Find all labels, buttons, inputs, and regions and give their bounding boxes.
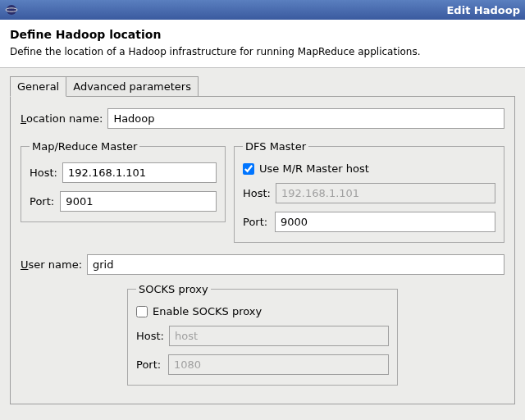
location-name-input[interactable] (107, 108, 504, 129)
titlebar: Edit Hadoop (0, 0, 525, 20)
socks-legend: SOCKS proxy (136, 283, 211, 295)
use-mr-host-label: Use M/R Master host (259, 162, 369, 175)
socks-port-label: Port: (136, 358, 163, 371)
socks-proxy-group: SOCKS proxy Enable SOCKS proxy Host: Por… (127, 283, 398, 386)
user-row: User name: (21, 254, 504, 275)
dfs-host-label: Host: (243, 187, 271, 199)
mr-host-label: Host: (30, 167, 57, 179)
dfs-master-group: DFS Master Use M/R Master host Host: Por… (234, 140, 504, 243)
page-title: Define Hadoop location (10, 28, 515, 41)
window-title: Edit Hadoop (446, 4, 520, 16)
socks-host-label: Host: (136, 330, 164, 342)
enable-socks-label: Enable SOCKS proxy (153, 305, 262, 317)
mr-port-label: Port: (30, 195, 55, 208)
location-label: Location name: (21, 112, 103, 125)
eclipse-icon (5, 3, 18, 16)
socks-host-input (169, 326, 389, 346)
tab-strip: General Advanced parameters (10, 76, 515, 97)
mr-host-input[interactable] (62, 162, 217, 183)
mapreduce-master-group: Map/Reduce Master Host: Port: (21, 140, 226, 222)
use-mr-host-checkbox[interactable] (243, 163, 254, 175)
enable-socks-checkbox[interactable] (136, 306, 148, 317)
dialog-body: General Advanced parameters Location nam… (0, 68, 525, 413)
dialog-header: Define Hadoop location Define the locati… (0, 20, 525, 68)
socks-port-input (168, 354, 389, 375)
mr-port-input[interactable] (60, 191, 217, 212)
dfs-port-label: Port: (243, 216, 270, 228)
location-row: Location name: (21, 108, 504, 129)
svg-point-0 (7, 5, 16, 15)
page-subtitle: Define the location of a Hadoop infrastr… (10, 46, 515, 57)
tab-general[interactable]: General (10, 76, 66, 97)
dfs-legend: DFS Master (243, 140, 308, 153)
mapreduce-legend: Map/Reduce Master (30, 140, 139, 153)
socks-wrap: SOCKS proxy Enable SOCKS proxy Host: Por… (21, 283, 504, 386)
dfs-host-input (276, 183, 495, 203)
user-label: User name: (21, 258, 82, 271)
dfs-port-input[interactable] (275, 212, 495, 232)
user-name-input[interactable] (87, 254, 504, 275)
tab-advanced[interactable]: Advanced parameters (66, 76, 199, 97)
tab-panel-general: Location name: Map/Reduce Master Host: P… (10, 96, 515, 404)
master-columns: Map/Reduce Master Host: Port: DFS Master… (21, 137, 504, 246)
